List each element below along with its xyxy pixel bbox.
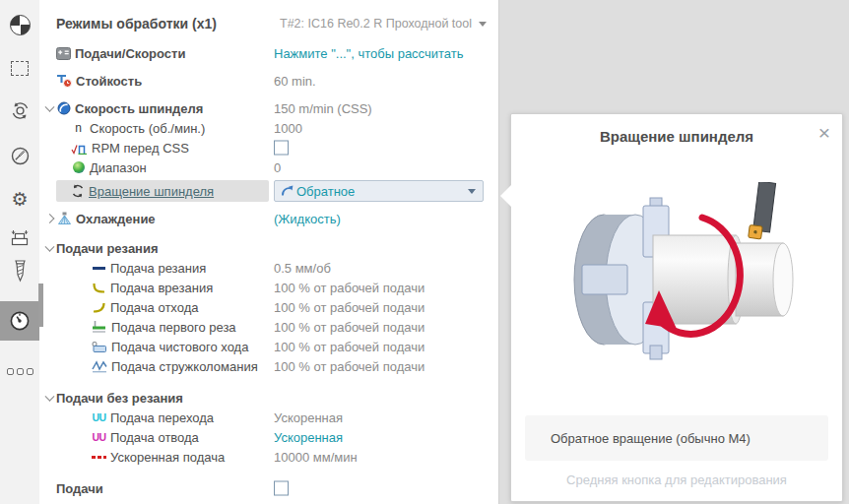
row-label: RPM перед CSS	[92, 141, 189, 156]
collapse-chevron-icon[interactable]	[45, 102, 55, 112]
row-value: 100 % от рабочей подачи	[274, 340, 489, 354]
row-transition-feed[interactable]: UU Подача перехода Ускоренная	[39, 408, 498, 427]
row-chip-break-feed[interactable]: Подача стружколомания 100 % от рабочей п…	[39, 356, 498, 376]
row-first-cut-feed[interactable]: Подача первого реза 100 % от рабочей под…	[39, 317, 498, 337]
rpm-before-css-checkbox[interactable]	[274, 141, 289, 156]
coolant-icon	[56, 212, 72, 225]
section-label: Подачи без резания	[56, 391, 183, 406]
section-cutting-feeds[interactable]: Подачи резания	[39, 238, 498, 258]
first-cut-feed-icon	[92, 321, 107, 333]
spindle-rotation-dropdown[interactable]: Обратное	[274, 180, 484, 202]
row-label: Стойкость	[76, 74, 142, 89]
popup-hint: Средняя кнопка для редактирования	[511, 472, 842, 487]
row-finish-pass-feed[interactable]: Подача чистового хода 100 % от рабочей п…	[39, 337, 498, 356]
gear-glyph: ⚙	[11, 190, 28, 209]
row-label: Подача отвода	[110, 430, 199, 445]
rapid-feed-icon	[92, 456, 106, 459]
datum-quadrant-glyph	[10, 15, 31, 35]
feeds-speeds-gauge-icon[interactable]	[0, 301, 39, 341]
feeds-checkbox[interactable]	[274, 481, 289, 496]
popup-pointer	[500, 185, 511, 207]
datum-quadrant-icon[interactable]	[0, 10, 39, 39]
row-rpm-before-css[interactable]: RPM перед CSS	[39, 138, 498, 158]
row-label: Ускоренная подача	[110, 450, 225, 465]
row-tool-life[interactable]: Стойкость 60 min.	[39, 71, 498, 91]
row-value: 1000	[274, 121, 489, 136]
row-retract-feed[interactable]: Подача отхода 100 % от рабочей подачи	[39, 297, 498, 317]
coolant-value-link[interactable]: (Жидкость)	[274, 212, 341, 226]
row-value: Ускоренная	[274, 410, 489, 425]
collapse-chevron-icon[interactable]	[45, 392, 55, 402]
withdraw-feed-value-link[interactable]: Ускоренная	[274, 430, 343, 445]
row-coolant[interactable]: Охлаждение (Жидкость)	[39, 209, 498, 228]
row-cutting-feed[interactable]: Подача резания 0.5 мм/об	[39, 258, 498, 278]
row-value: 100 % от рабочей подачи	[274, 359, 489, 374]
range-sphere-icon	[71, 161, 86, 173]
rpm-before-css-icon	[71, 142, 88, 155]
row-value: 100 % от рабочей подачи	[274, 281, 489, 295]
row-feeds[interactable]: Подачи	[39, 478, 498, 498]
calculate-link[interactable]: Нажмите "...", чтобы рассчитать	[274, 46, 464, 61]
row-feeds-speeds[interactable]: Подачи/Скорости Нажмите "...", чтобы рас…	[39, 43, 498, 63]
popup-title: Вращение шпинделя	[511, 128, 842, 145]
row-value: 100 % от рабочей подачи	[274, 300, 489, 315]
more-options-icon[interactable]	[0, 356, 39, 386]
expand-chevron-icon[interactable]	[45, 214, 55, 223]
tool-selector-dropdown[interactable]: T#2: IC16 Re0.2 R Проходной tool	[280, 17, 487, 31]
row-rapid-feed[interactable]: Ускоренная подача 10000 мм/мин	[39, 447, 498, 467]
row-plunge-feed[interactable]: Подача врезания 100 % от рабочей подачи	[39, 278, 498, 297]
section-label: Подачи резания	[56, 241, 159, 256]
spindle-rotation-icon	[70, 184, 85, 198]
drill-tool-icon[interactable]	[0, 257, 39, 286]
close-icon[interactable]: ×	[818, 122, 830, 143]
page-title: Режимы обработки (x1)	[56, 16, 217, 32]
row-label: Подачи	[56, 481, 103, 496]
row-spindle-speed[interactable]: Скорость шпинделя 150 m/min (CSS)	[39, 98, 498, 118]
icon-sidebar: ⚙	[0, 0, 40, 504]
gear-icon[interactable]: ⚙	[0, 184, 39, 214]
compass-icon[interactable]	[0, 141, 39, 170]
row-label: Подача перехода	[110, 410, 214, 425]
machine-press-icon[interactable]	[0, 223, 39, 253]
feeds-speeds-calc-icon	[56, 47, 71, 60]
row-label: Скорость шпинделя	[75, 101, 203, 116]
tool-life-icon	[56, 74, 72, 88]
row-label: Подачи/Скорости	[75, 46, 185, 61]
plunge-feed-icon	[92, 283, 106, 293]
rotate-icon[interactable]	[0, 95, 39, 125]
row-label-link[interactable]: Вращение шпинделя	[89, 184, 214, 199]
row-range[interactable]: Диапазон 0	[39, 158, 498, 177]
row-label: Подача резания	[110, 261, 206, 276]
row-value: 0.5 мм/об	[274, 261, 489, 276]
reverse-rotation-arrow-icon	[280, 185, 294, 197]
selection-marquee-icon[interactable]	[0, 53, 39, 83]
row-rpm[interactable]: n Скорость (об./мин.) 1000	[39, 118, 498, 138]
row-label: Подача врезания	[110, 281, 213, 295]
row-spindle-rotation[interactable]: Вращение шпинделя Обратное	[39, 179, 498, 203]
row-withdraw-feed[interactable]: UU Подача отвода Ускоренная	[39, 427, 498, 447]
retract-feed-icon	[92, 302, 106, 313]
chevron-down-icon	[479, 22, 487, 27]
more-options-glyph	[7, 368, 33, 375]
popup-caption-box: Обратное вращение (обычно M4)	[525, 415, 828, 461]
spindle-rotation-illustration	[511, 145, 842, 415]
collapse-chevron-icon[interactable]	[45, 242, 55, 252]
tool-selector-label: T#2: IC16 Re0.2 R Проходной tool	[280, 17, 472, 31]
spindle-speed-icon	[56, 101, 71, 115]
row-label: Подача первого реза	[111, 320, 236, 335]
row-label: Охлаждение	[76, 212, 156, 226]
popup-caption: Обратное вращение (обычно M4)	[551, 431, 751, 446]
operation-properties-panel: Режимы обработки (x1) T#2: IC16 Re0.2 R …	[39, 0, 499, 504]
n-icon: n	[71, 121, 86, 135]
cutting-feed-icon	[92, 267, 106, 270]
row-label: Подача стружколомания	[111, 359, 258, 374]
section-non-cutting-feeds[interactable]: Подачи без резания	[39, 388, 498, 408]
row-value: 100 % от рабочей подачи	[274, 320, 489, 335]
dropdown-value: Обратное	[296, 184, 355, 199]
spindle-rotation-popup: × Вращение шпинделя	[510, 113, 843, 502]
row-value: 0	[274, 160, 489, 175]
row-value: 150 m/min (CSS)	[274, 101, 489, 116]
marquee-glyph	[11, 61, 29, 76]
machine-press-glyph	[10, 229, 30, 247]
lathe-chuck-illustration	[553, 182, 801, 379]
